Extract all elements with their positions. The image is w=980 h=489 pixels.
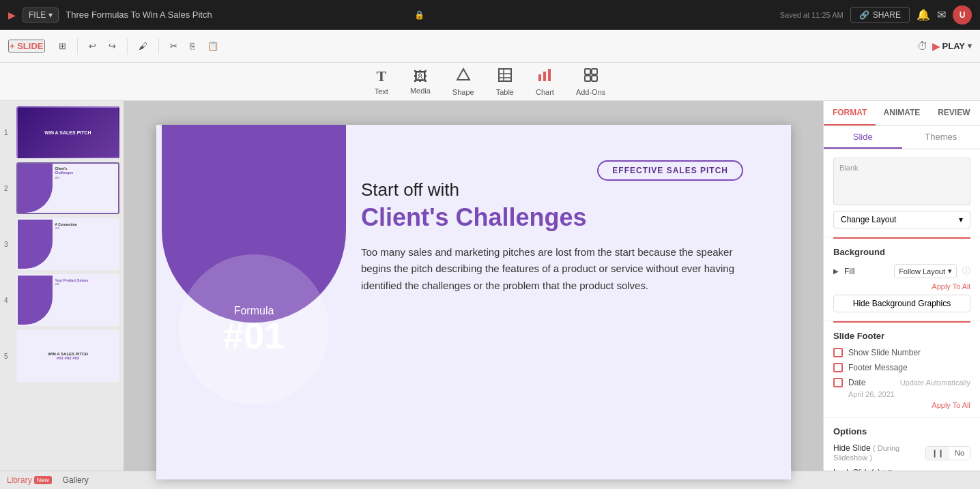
fill-row: ▶ Fill Follow Layout ▾ ⓘ bbox=[833, 264, 970, 278]
tool-chart[interactable]: Chart bbox=[525, 63, 565, 100]
file-label: FILE bbox=[29, 10, 46, 20]
paste-button[interactable]: 📋 bbox=[203, 38, 222, 54]
footer-row-3: Date Update Automatically bbox=[833, 378, 970, 387]
fill-info-icon: ⓘ bbox=[962, 265, 970, 277]
share-button[interactable]: 🔗 SHARE bbox=[850, 7, 910, 23]
slide-number-2: 2 bbox=[4, 185, 8, 192]
document-title: Three Formulas To Win A Sales Pitch bbox=[66, 10, 407, 20]
format-painter-button[interactable]: 🖌 bbox=[134, 38, 152, 54]
tool-addons[interactable]: Add-Ons bbox=[565, 63, 616, 100]
slide-thumb-container-1: 1 WIN A SALES PITCH bbox=[16, 106, 119, 158]
share-label: SHARE bbox=[873, 10, 901, 20]
main-area: 1 WIN A SALES PITCH 2 Client's Challenge… bbox=[0, 101, 980, 489]
change-layout-chevron-icon: ▾ bbox=[959, 215, 963, 224]
file-menu-button[interactable]: FILE ▾ bbox=[23, 8, 59, 23]
tool-table[interactable]: Table bbox=[485, 63, 525, 100]
cut-button[interactable]: ✂ bbox=[166, 38, 182, 54]
svg-rect-7 bbox=[548, 69, 551, 81]
svg-marker-0 bbox=[457, 69, 470, 80]
play-icon-top: ▶ bbox=[8, 10, 16, 20]
hide-slide-text: Hide Slide bbox=[833, 443, 871, 453]
footer-title: Slide Footer bbox=[833, 331, 970, 341]
slide-thumb-5[interactable]: WIN A SALES PITCH#01 #02 #03 bbox=[16, 330, 119, 382]
new-badge: New bbox=[34, 476, 52, 484]
footer-section: Slide Footer Show Slide Number Footer Me… bbox=[824, 323, 980, 418]
background-title: Background bbox=[833, 247, 970, 257]
badge-pill: EFFECTIVE SALES PITCH bbox=[597, 160, 743, 181]
apply-to-all-2[interactable]: Apply To All bbox=[833, 401, 970, 409]
panel-bottom: Library New Gallery bbox=[0, 471, 124, 489]
show-slide-number-checkbox[interactable] bbox=[833, 348, 843, 357]
tab-slide[interactable]: Slide bbox=[824, 126, 902, 149]
blank-label: Blank bbox=[834, 158, 970, 177]
fill-chevron-icon: ▾ bbox=[948, 267, 952, 276]
tool-media[interactable]: 🖼 Media bbox=[399, 65, 442, 99]
tool-media-label: Media bbox=[410, 87, 431, 95]
grid-view-button[interactable]: ⊞ bbox=[55, 38, 70, 54]
date-label: Date bbox=[848, 378, 895, 387]
notification-icon[interactable]: 🔔 bbox=[917, 8, 930, 21]
play-button[interactable]: ▶ PLAY ▾ bbox=[932, 41, 972, 52]
addons-icon bbox=[583, 68, 599, 86]
hide-slide-label: Hide Slide ( During Slideshow ) bbox=[833, 443, 925, 462]
library-tab[interactable]: Library New bbox=[7, 475, 52, 485]
slide-thumb-container-2: 2 Client's Challenges #01 bbox=[16, 162, 119, 214]
panel-tabs: Library New Gallery bbox=[0, 471, 124, 489]
slide-thumb-4[interactable]: Your Product Solves #03 bbox=[16, 274, 119, 326]
redo-button[interactable]: ↪ bbox=[104, 38, 120, 54]
gallery-tab[interactable]: Gallery bbox=[63, 475, 89, 485]
play-triangle-icon: ▶ bbox=[932, 41, 940, 52]
footer-message-label: Footer Message bbox=[848, 363, 970, 372]
copy-button[interactable]: ⎘ bbox=[186, 38, 199, 54]
hide-slide-no-btn[interactable]: No bbox=[949, 447, 970, 460]
svg-rect-10 bbox=[585, 76, 590, 81]
undo-button[interactable]: ↩ bbox=[85, 38, 100, 54]
tab-review[interactable]: REVIEW bbox=[928, 101, 980, 125]
date-value: April 26, 2021 bbox=[848, 390, 970, 398]
slide-body-text: Too many sales and marketing pitches are… bbox=[361, 244, 757, 295]
slide-canvas[interactable]: Formula #01 EFFECTIVE SALES PITCH Start … bbox=[156, 125, 791, 479]
tab-themes[interactable]: Themes bbox=[902, 126, 981, 149]
tool-shape[interactable]: Shape bbox=[442, 63, 485, 100]
footer-message-checkbox[interactable] bbox=[833, 363, 843, 372]
change-layout-button[interactable]: Change Layout ▾ bbox=[833, 211, 970, 228]
svg-rect-9 bbox=[592, 69, 597, 74]
tool-addons-label: Add-Ons bbox=[576, 88, 605, 96]
slide-content: Start off with Client's Challenges Too m… bbox=[361, 179, 757, 295]
apply-to-all-1[interactable]: Apply To All bbox=[833, 282, 970, 291]
tool-text-label: Text bbox=[375, 87, 388, 95]
fill-value: Follow Layout bbox=[899, 267, 945, 276]
svg-rect-6 bbox=[543, 72, 546, 81]
format-tabs: FORMAT ANIMATE REVIEW bbox=[824, 101, 980, 126]
fill-select[interactable]: Follow Layout ▾ bbox=[894, 264, 957, 278]
separator-3 bbox=[158, 38, 159, 55]
slide-thumb-container-4: 4 Your Product Solves #03 bbox=[16, 274, 119, 326]
hide-slide-pause-btn[interactable]: ❙❙ bbox=[926, 447, 949, 460]
tab-animate[interactable]: ANIMATE bbox=[876, 101, 927, 125]
tab-format[interactable]: FORMAT bbox=[824, 101, 876, 125]
slide-tabs: Slide Themes bbox=[824, 126, 980, 149]
hide-background-button[interactable]: Hide Background Graphics bbox=[833, 295, 970, 312]
hide-slide-toggle[interactable]: ❙❙ No bbox=[925, 446, 970, 460]
footer-row-2: Footer Message bbox=[833, 363, 970, 372]
slide-thumb-container-5: 5 WIN A SALES PITCH#01 #02 #03 bbox=[16, 330, 119, 382]
slide-thumb-2[interactable]: Client's Challenges #01 bbox=[16, 162, 119, 214]
play-caret-icon: ▾ bbox=[968, 42, 972, 50]
slide-heading1: Start off with bbox=[361, 179, 757, 201]
slide-heading2: Client's Challenges bbox=[361, 203, 757, 232]
date-checkbox[interactable] bbox=[833, 378, 843, 387]
date-update-label: Update Automatically bbox=[900, 379, 970, 387]
avatar[interactable]: U bbox=[953, 5, 972, 25]
tool-text[interactable]: T Text bbox=[364, 63, 399, 100]
separator-1 bbox=[77, 38, 78, 55]
mail-icon[interactable]: ✉ bbox=[937, 8, 946, 21]
slide-thumb-container-3: 3 A Connection #02 bbox=[16, 218, 119, 270]
chart-icon bbox=[537, 68, 552, 86]
fill-expand-icon[interactable]: ▶ bbox=[833, 267, 839, 275]
slide-thumb-3[interactable]: A Connection #02 bbox=[16, 218, 119, 270]
tools-bar: T Text 🖼 Media Shape Table Chart Add-Ons bbox=[0, 63, 980, 101]
add-slide-button[interactable]: + SLIDE bbox=[8, 40, 45, 53]
svg-rect-1 bbox=[499, 69, 511, 81]
slide-thumb-1[interactable]: WIN A SALES PITCH bbox=[16, 106, 119, 158]
clock-icon: ⏱ bbox=[917, 40, 928, 53]
